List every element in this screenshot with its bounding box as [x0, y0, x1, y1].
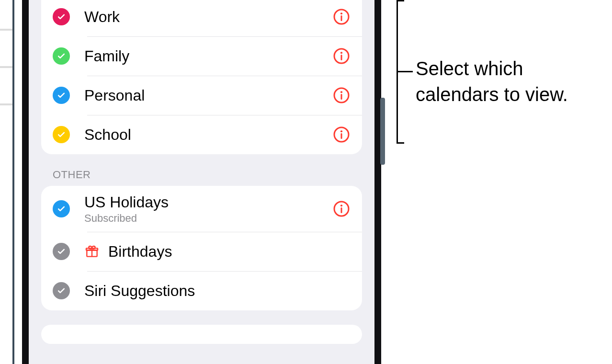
info-icon[interactable]: [332, 125, 351, 144]
calendar-label: Personal: [84, 87, 332, 104]
checkmark-icon[interactable]: [53, 47, 70, 65]
calendar-row-siri-suggestions[interactable]: Siri Suggestions: [41, 271, 362, 310]
svg-point-1: [340, 12, 342, 14]
svg-rect-5: [341, 55, 342, 60]
gift-icon: [84, 244, 100, 259]
info-icon[interactable]: [332, 8, 351, 26]
calendar-group-main: Work Family: [41, 0, 362, 154]
calendar-row-school[interactable]: School: [41, 115, 362, 154]
checkmark-icon[interactable]: [53, 200, 70, 217]
calendar-group-other: US Holidays Subscribed: [41, 186, 362, 310]
svg-rect-2: [341, 15, 342, 21]
svg-rect-14: [341, 207, 342, 213]
checkmark-icon[interactable]: [53, 126, 70, 143]
section-header-other: OTHER: [53, 169, 351, 181]
calendar-row-us-holidays[interactable]: US Holidays Subscribed: [41, 186, 362, 232]
info-icon[interactable]: [332, 47, 351, 65]
svg-rect-11: [341, 133, 342, 139]
svg-rect-8: [341, 94, 342, 100]
calendar-label: School: [84, 126, 332, 144]
checkmark-icon[interactable]: [53, 87, 70, 104]
cropped-left-edge: [0, 0, 14, 364]
annotation-text: Select which calendars to view.: [416, 56, 568, 107]
checkmark-icon[interactable]: [53, 282, 70, 299]
calendar-row-birthdays[interactable]: Birthdays: [41, 232, 362, 271]
calendar-label: US Holidays: [84, 193, 332, 211]
calendar-label: Family: [84, 47, 332, 65]
calendar-group-next: [41, 325, 362, 344]
checkmark-icon[interactable]: [53, 8, 70, 25]
svg-point-7: [340, 91, 342, 93]
info-icon[interactable]: [332, 200, 351, 218]
calendar-label: Siri Suggestions: [84, 282, 351, 300]
info-icon[interactable]: [332, 86, 351, 104]
svg-point-13: [340, 205, 342, 206]
calendar-row-family[interactable]: Family: [41, 36, 362, 76]
svg-point-4: [340, 52, 342, 54]
calendar-label: Birthdays: [108, 243, 351, 261]
calendar-label: Work: [84, 8, 332, 26]
calendar-sublabel: Subscribed: [84, 212, 332, 225]
phone-side-button: [380, 98, 385, 165]
phone-frame: Work Family: [22, 0, 381, 364]
checkmark-icon[interactable]: [53, 243, 70, 260]
calendars-list-screen: Work Family: [29, 0, 374, 364]
calendar-row-work[interactable]: Work: [41, 0, 362, 36]
calendar-row-personal[interactable]: Personal: [41, 76, 362, 115]
bracket-icon: [397, 0, 411, 144]
svg-point-10: [340, 130, 342, 132]
